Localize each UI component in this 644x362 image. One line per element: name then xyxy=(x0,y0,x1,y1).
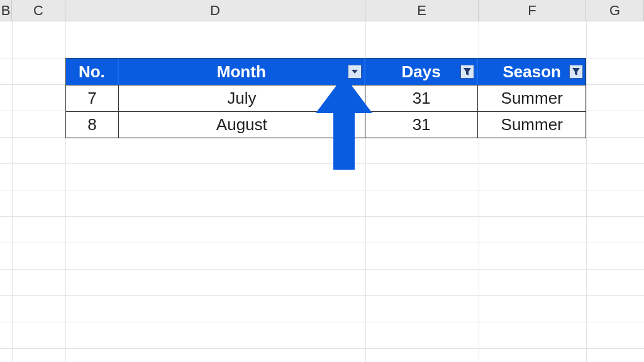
table-row[interactable]: 7 July 31 Summer xyxy=(66,85,586,111)
column-header-row: B C D E F G xyxy=(0,0,644,21)
data-table: No. Month Days Season xyxy=(65,58,586,138)
cell-days[interactable]: 31 xyxy=(365,112,479,138)
header-no[interactable]: No. xyxy=(66,58,119,85)
grid-row-line xyxy=(0,163,644,164)
chevron-down-icon xyxy=(351,69,358,75)
column-header-D[interactable]: D xyxy=(65,0,365,21)
grid-row-line xyxy=(0,322,644,322)
grid-row-line xyxy=(0,348,644,349)
cell-season[interactable]: Summer xyxy=(478,85,586,111)
grid-row-line xyxy=(0,216,644,217)
filter-dropdown-season[interactable] xyxy=(569,65,583,79)
column-header-E[interactable]: E xyxy=(365,0,479,21)
grid-row-line xyxy=(0,269,644,270)
header-season[interactable]: Season xyxy=(478,58,586,85)
filter-active-icon xyxy=(463,67,472,76)
header-label: Season xyxy=(500,62,564,82)
header-label: Days xyxy=(399,62,443,82)
cell-month[interactable]: August xyxy=(119,112,365,138)
spreadsheet-grid: B C D E F G No. Month xyxy=(0,0,644,362)
cell-season[interactable]: Summer xyxy=(478,112,586,138)
cell-month[interactable]: July xyxy=(119,85,365,111)
cell-no[interactable]: 7 xyxy=(66,85,119,111)
filter-dropdown-month[interactable] xyxy=(348,65,362,79)
header-label: No. xyxy=(76,62,108,82)
table-header-row: No. Month Days Season xyxy=(66,58,586,85)
filter-dropdown-days[interactable] xyxy=(460,65,474,79)
column-header-C[interactable]: C xyxy=(12,0,65,21)
filter-active-icon xyxy=(572,67,580,76)
column-header-F[interactable]: F xyxy=(479,0,586,21)
column-header-G[interactable]: G xyxy=(586,0,644,21)
grid-row-line xyxy=(0,190,644,190)
grid-row-line xyxy=(0,295,644,296)
column-header-B[interactable]: B xyxy=(0,0,12,21)
grid-row-line xyxy=(0,243,644,243)
table-row[interactable]: 8 August 31 Summer xyxy=(66,111,586,138)
header-days[interactable]: Days xyxy=(365,58,479,85)
table-body: 7 July 31 Summer 8 August 31 Summer xyxy=(66,85,586,138)
cell-no[interactable]: 8 xyxy=(66,112,119,138)
header-label: Month xyxy=(214,62,269,82)
header-month[interactable]: Month xyxy=(119,58,365,85)
cell-days[interactable]: 31 xyxy=(365,85,479,111)
